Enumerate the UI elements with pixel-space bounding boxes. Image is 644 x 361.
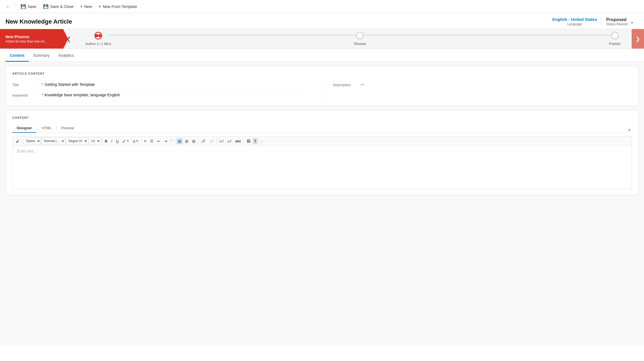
indent-button[interactable]: ⇥ [163, 138, 169, 144]
process-bar: New Process Active for less than one mi.… [0, 29, 644, 49]
header-right: English - United States Language Propose… [548, 17, 639, 26]
more-options-button[interactable]: ··· [258, 138, 265, 144]
align-left-button[interactable]: ≡ [142, 138, 148, 144]
highlight-button[interactable]: 🖊▼ [121, 138, 131, 144]
field-required-keywords: * [41, 93, 43, 97]
font-color-icon: A [133, 139, 135, 143]
outdent-button[interactable]: ⇤ [156, 138, 162, 144]
editor-tab-designer[interactable]: Designer [12, 124, 37, 133]
field-label-keywords: Keywords [12, 93, 40, 97]
main-content: ARTICLE CONTENT Title * Getting Started … [0, 62, 644, 346]
form-left: Title * Getting Started with Template Ke… [12, 80, 322, 100]
toolbar-sep-6 [198, 138, 198, 144]
status-title: Proposed [606, 17, 628, 22]
form-right: Description --- [322, 80, 632, 100]
save-icon: 💾 [21, 4, 26, 9]
process-label-box[interactable]: New Process Active for less than one mi.… [0, 29, 63, 49]
justify-button[interactable]: ▤ [191, 138, 197, 144]
field-value-title[interactable]: Getting Started with Template [44, 82, 311, 87]
image-icon: 🖼 [247, 139, 250, 143]
toolbar-sep-2 [22, 138, 23, 144]
highlight-icon: 🖊 [122, 139, 126, 143]
process-sub: Active for less than one mi... [5, 40, 59, 43]
language-block: English - United States Language [548, 17, 602, 26]
article-form-grid: Title * Getting Started with Template Ke… [12, 80, 632, 100]
back-button[interactable]: ← [3, 2, 13, 11]
format-painter-button[interactable]: 🖌 [14, 138, 21, 144]
new-template-button[interactable]: + New From Template [96, 2, 140, 11]
editor-body[interactable]: Enter text... [12, 145, 632, 189]
editor-tab-preview[interactable]: Preview [57, 124, 78, 133]
editor-section-title: CONTENT [12, 116, 632, 119]
link-button[interactable]: 🔗 [200, 138, 207, 144]
image-button[interactable]: 🖼 [245, 138, 252, 144]
paragraph-icon: ¶ [254, 139, 256, 143]
superscript-button[interactable]: x2 [218, 138, 225, 144]
process-steps: Author (< 1 Min) Review Publish [74, 29, 632, 49]
field-value-description[interactable]: --- [360, 82, 632, 87]
toolbar-sep-4 [141, 138, 141, 144]
tab-content[interactable]: Content [5, 50, 29, 62]
highlight-chevron: ▼ [127, 140, 129, 142]
field-label-title: Title [12, 82, 40, 87]
bullet-list-icon: ☰ [150, 139, 153, 143]
step-label-author: Author (< 1 Min) [85, 42, 111, 46]
article-content-title: ARTICLE CONTENT [12, 72, 632, 75]
font-color-button[interactable]: A▼ [131, 138, 140, 144]
field-value-keywords[interactable]: knowledge base template, language-Englis… [44, 93, 311, 97]
tab-analytics[interactable]: Analytics [54, 50, 78, 62]
italic-button[interactable]: I [110, 138, 114, 144]
editor-placeholder: Enter text... [17, 149, 37, 153]
unlink-button[interactable]: 🔗 [208, 138, 215, 144]
styles-select[interactable]: Styles [24, 138, 41, 144]
editor-tab-html[interactable]: HTML [37, 124, 56, 133]
expand-editor-button[interactable]: ↗ [626, 126, 632, 134]
step-circle-publish [611, 32, 619, 40]
size-select[interactable]: 14 [89, 138, 101, 144]
language-link[interactable]: English - United States [552, 17, 597, 22]
page-title: New Knowledge Article [5, 18, 72, 25]
save-close-icon: 💾 [43, 4, 49, 9]
status-chevron-icon: ⌄ [630, 19, 634, 25]
bold-button[interactable]: B [103, 138, 109, 144]
process-step-publish[interactable]: Publish [609, 32, 621, 46]
align-center-button[interactable]: ▤ [176, 138, 183, 144]
tabs-bar: Content Summary Analytics [0, 50, 644, 62]
editor-toolbar-row: 🖌 Styles Normal (... Segoe UI 14 B I U 🖊… [12, 136, 632, 145]
editor-tabs: Designer | HTML | Preview [12, 124, 626, 133]
strikethrough-button[interactable]: abc [234, 138, 243, 144]
editor-tabs-row: Designer | HTML | Preview ↗ [12, 124, 632, 136]
status-info: Proposed Status Reason [606, 17, 628, 26]
align-center-icon: ▤ [178, 139, 181, 143]
blockquote-button[interactable]: " [169, 138, 174, 144]
process-step-author[interactable]: Author (< 1 Min) [85, 32, 111, 46]
new-icon: + [80, 4, 83, 9]
process-step-review[interactable]: Review [354, 32, 366, 46]
save-close-button[interactable]: 💾 Save & Close [40, 2, 76, 11]
new-button[interactable]: + New [77, 2, 95, 11]
new-template-icon: + [99, 4, 101, 9]
field-row-description: Description --- [333, 80, 632, 90]
status-block[interactable]: Proposed Status Reason ⌄ [602, 17, 639, 26]
subscript-button[interactable]: x2 [226, 138, 233, 144]
field-required-title: * [41, 82, 43, 87]
format-select[interactable]: Normal (... [41, 138, 65, 144]
save-button[interactable]: 💾 Save [18, 2, 39, 11]
font-select[interactable]: Segoe UI [66, 138, 88, 144]
more-icon: ··· [260, 139, 263, 143]
step-connector-2 [363, 35, 612, 35]
align-right-button[interactable]: ▤ [183, 138, 190, 144]
process-next-button[interactable]: ❯ [632, 29, 644, 49]
tab-summary[interactable]: Summary [29, 50, 54, 62]
paragraph-marks-button[interactable]: ¶ [253, 138, 258, 144]
bullet-list-button[interactable]: ☰ [149, 138, 155, 144]
field-row-title: Title * Getting Started with Template [12, 80, 311, 90]
toolbar-sep-8 [244, 138, 244, 144]
toolbar-sep-1 [15, 3, 16, 10]
underline-button[interactable]: U [114, 138, 120, 144]
field-label-description: Description [333, 82, 360, 87]
step-label-publish: Publish [609, 42, 621, 46]
article-content-card: ARTICLE CONTENT Title * Getting Started … [5, 66, 639, 106]
indent-icon: ⇥ [164, 139, 167, 143]
outdent-icon: ⇤ [157, 139, 160, 143]
